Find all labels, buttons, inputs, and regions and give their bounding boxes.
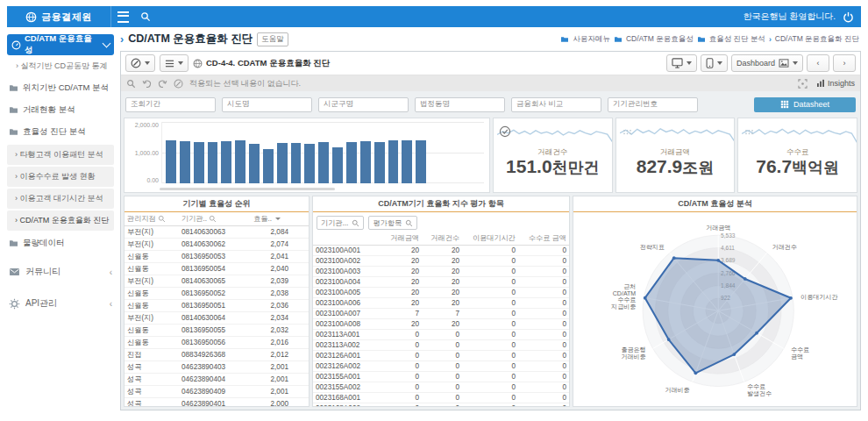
- help-badge[interactable]: 도움말: [257, 32, 288, 46]
- radar-chart[interactable]: 9221,8442,7663,6894,6115,533거래금액거래건수이용대기…: [573, 212, 857, 406]
- table-cell[interactable]: 0: [422, 393, 462, 403]
- filter-financial-company[interactable]: 금융회사 비교: [511, 97, 601, 112]
- table-row[interactable]: 부전(지)081406300622,074: [125, 239, 309, 251]
- filter-machine-id[interactable]: 기기관리번호: [608, 97, 698, 112]
- table-cell[interactable]: 0: [518, 267, 569, 277]
- table-cell[interactable]: 0: [518, 372, 569, 382]
- table-cell[interactable]: 08140630064: [179, 312, 251, 325]
- logout-power-icon[interactable]: [843, 11, 854, 23]
- table-cell[interactable]: 08136950051: [179, 300, 251, 312]
- table-cell[interactable]: 0: [381, 361, 422, 372]
- desktop-view-button[interactable]: [666, 54, 697, 72]
- sidebar-subitem-efficiency-diagnosis-current[interactable]: › CD/ATM 운용효율화 진단: [7, 210, 114, 231]
- global-search-button[interactable]: [134, 6, 157, 27]
- table-cell[interactable]: 04623890404: [179, 374, 251, 386]
- sidebar-item-volume-data[interactable]: 물량데이터: [7, 232, 114, 254]
- table-cell[interactable]: 0023100A001: [313, 246, 381, 256]
- table-row[interactable]: 진접088349263682,012: [125, 349, 309, 361]
- table-cell[interactable]: 20: [422, 319, 462, 330]
- table-cell[interactable]: 20: [381, 246, 422, 256]
- table-cell[interactable]: 0: [462, 246, 518, 256]
- bar[interactable]: [208, 142, 218, 183]
- table-cell[interactable]: 20: [381, 298, 422, 309]
- table-cell[interactable]: 0: [462, 382, 518, 393]
- table-cell[interactable]: 0: [462, 277, 518, 288]
- bar[interactable]: [180, 141, 190, 183]
- breadcrumb-item[interactable]: CD/ATM 운용효율성: [626, 34, 694, 45]
- table-cell[interactable]: 2,040: [251, 263, 291, 275]
- filter-sigungu[interactable]: 시군구명: [318, 97, 409, 112]
- bar[interactable]: [277, 143, 288, 183]
- table-cell[interactable]: 성곡: [125, 386, 179, 398]
- table-cell[interactable]: 신월동: [125, 251, 179, 263]
- table-row[interactable]: 신월동081369500562,016: [125, 337, 309, 349]
- bar[interactable]: [318, 142, 329, 183]
- table-cell[interactable]: 08136950055: [179, 325, 251, 337]
- table-cell[interactable]: 0: [422, 361, 462, 372]
- dashboard-sheet-selector[interactable]: Dashboard: [731, 54, 803, 72]
- column-header-machine-id[interactable]: 기기관..: [179, 212, 251, 226]
- table-row[interactable]: 0023100A003202000: [313, 267, 569, 277]
- table-row[interactable]: 부전(지)081406300642,034: [125, 312, 309, 325]
- table-cell[interactable]: 0023100A008: [313, 319, 381, 330]
- sidebar-item-cd-network-stats[interactable]: › 실적기반 CD공동망 통계: [7, 55, 114, 77]
- table-cell[interactable]: 0: [462, 267, 518, 277]
- bar[interactable]: [346, 142, 357, 183]
- table-cell[interactable]: 2,000: [251, 398, 291, 407]
- table-row[interactable]: 성곡046238904032,001: [125, 361, 309, 374]
- table-cell[interactable]: 0: [462, 256, 518, 267]
- sidebar-subitem-usage-pattern[interactable]: › 타행고객 이용패턴 분석: [7, 145, 114, 165]
- radar-vertex[interactable]: [716, 259, 720, 262]
- filter-sido[interactable]: 시도명: [222, 97, 312, 112]
- kpi-transaction-count[interactable]: 거래건수 151.0천만건: [493, 118, 613, 193]
- table-cell[interactable]: 0: [462, 340, 518, 351]
- table-cell[interactable]: 0: [518, 403, 569, 407]
- table-cell[interactable]: 0023100A004: [313, 277, 381, 288]
- radar-vertex[interactable]: [789, 296, 793, 300]
- table-cell[interactable]: 0: [381, 382, 422, 393]
- bar[interactable]: [194, 142, 204, 183]
- table-cell[interactable]: 2,001: [251, 374, 291, 386]
- table-cell[interactable]: 20: [381, 277, 422, 288]
- table-cell[interactable]: 20: [422, 246, 462, 256]
- table-cell[interactable]: 0: [422, 382, 462, 393]
- table-cell[interactable]: 0: [422, 351, 462, 361]
- table-cell[interactable]: 2,012: [251, 349, 291, 361]
- smart-search-button[interactable]: [126, 79, 136, 89]
- table-row[interactable]: 0023100A006202000: [313, 298, 569, 309]
- table-cell[interactable]: 0: [381, 403, 422, 407]
- table-cell[interactable]: 2,032: [251, 325, 291, 337]
- column-header-wait-time[interactable]: 이용대기시간: [462, 232, 518, 246]
- undo-selection-button[interactable]: [142, 79, 152, 89]
- filter-beopjeongdong[interactable]: 법정동명: [415, 97, 505, 112]
- redo-selection-button[interactable]: [158, 79, 167, 89]
- kpi-transaction-amount[interactable]: 거래금액 827.9조원: [615, 118, 736, 193]
- chart-scrollbar[interactable]: [160, 188, 335, 190]
- radar-vertex[interactable]: [694, 371, 698, 375]
- kpi-fee[interactable]: 수수료 76.7백억원: [737, 118, 857, 193]
- table-cell[interactable]: 0023100A007: [313, 309, 381, 319]
- table-row[interactable]: 성곡046238904092,001: [125, 386, 309, 398]
- table-cell[interactable]: 0: [462, 351, 518, 361]
- bar[interactable]: [388, 140, 399, 183]
- table-row[interactable]: 신월동081369500542,040: [125, 263, 309, 275]
- table-row[interactable]: 0023100A008202000: [313, 319, 569, 330]
- table-cell[interactable]: 20: [422, 256, 462, 267]
- table-cell[interactable]: 0: [422, 372, 462, 382]
- table-cell[interactable]: 08140630062: [179, 239, 251, 251]
- column-header-branch[interactable]: 관리지점: [125, 212, 179, 226]
- insights-button[interactable]: Insights: [816, 79, 855, 88]
- table-cell[interactable]: 성곡: [125, 361, 179, 374]
- table-cell[interactable]: 2,034: [251, 312, 291, 325]
- table-cell[interactable]: 0023155A002: [313, 382, 381, 393]
- table-cell[interactable]: 0023126A001: [313, 351, 381, 361]
- datasheet-button[interactable]: Datasheet: [754, 97, 856, 112]
- table-row[interactable]: 성곡046238904012,000: [125, 398, 309, 407]
- bar[interactable]: [235, 140, 245, 183]
- table-row[interactable]: 0023126A0010000: [313, 351, 569, 361]
- table-cell[interactable]: 신월동: [125, 300, 179, 312]
- table-cell[interactable]: 0: [462, 309, 518, 319]
- table-row[interactable]: 0023168A0010000: [313, 393, 569, 403]
- table-cell[interactable]: 부전(지): [125, 226, 179, 239]
- table-cell[interactable]: 08136950056: [179, 337, 251, 349]
